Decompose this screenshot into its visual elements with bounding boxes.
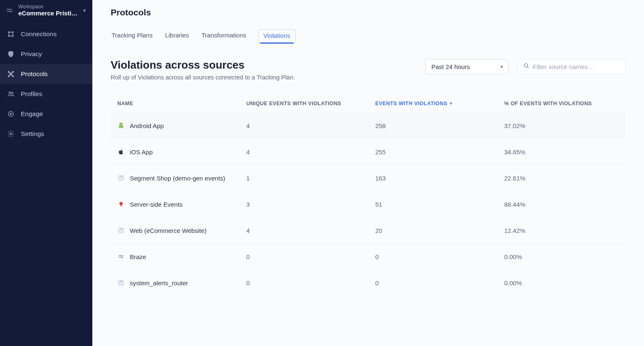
- gear-icon: [7, 130, 15, 138]
- source-icon: [117, 148, 125, 156]
- main-content: Protocols Tracking Plans Libraries Trans…: [92, 0, 644, 346]
- cell-events-with-violations: 0: [375, 253, 504, 260]
- source-name: Android App: [130, 122, 164, 129]
- cell-unique-events: 0: [246, 279, 375, 287]
- sidebar-item-label: Engage: [21, 110, 43, 118]
- svg-point-18: [121, 124, 122, 124]
- cell-events-with-violations: 255: [375, 148, 504, 156]
- svg-point-10: [12, 76, 13, 77]
- table-row[interactable]: iOS App425534.65%: [111, 139, 626, 165]
- tab-violations[interactable]: Violations: [258, 29, 296, 44]
- source-filter-search[interactable]: [518, 59, 626, 74]
- table-row[interactable]: Braze000.00%: [111, 244, 626, 270]
- cell-unique-events: 3: [246, 201, 375, 208]
- svg-point-4: [8, 35, 10, 37]
- source-icon: [117, 279, 125, 287]
- sidebar-item-profiles[interactable]: Profiles: [0, 84, 92, 104]
- source-filter-input[interactable]: [533, 63, 616, 70]
- sidebar-item-label: Settings: [21, 130, 44, 138]
- table-row[interactable]: Segment Shop (demo-gen events)116322.61%: [111, 165, 626, 191]
- svg-point-2: [8, 32, 10, 33]
- table-row[interactable]: system_alerts_router000.00%: [111, 270, 626, 296]
- table-row[interactable]: Web (eCommerce Website)42012.42%: [111, 217, 626, 244]
- table-header: NAME UNIQUE EVENTS WITH VIOLATIONS EVENT…: [111, 95, 626, 113]
- sidebar: Workspace eCommerce Pristi… ▼ Connection…: [0, 0, 92, 346]
- workspace-switcher[interactable]: Workspace eCommerce Pristi… ▼: [0, 0, 92, 24]
- engage-icon: [7, 110, 15, 118]
- svg-point-9: [8, 76, 9, 77]
- source-name: system_alerts_router: [130, 279, 188, 287]
- violations-table: NAME UNIQUE EVENTS WITH VIOLATIONS EVENT…: [111, 95, 626, 296]
- source-name: Braze: [130, 253, 146, 260]
- chevron-down-icon: ▼: [500, 64, 504, 69]
- sort-caret-icon: ▼: [449, 101, 453, 106]
- column-header-pct[interactable]: % OF EVENTS WITH VIOLATIONS: [504, 101, 619, 106]
- page-title: Protocols: [111, 7, 626, 17]
- svg-point-12: [12, 92, 13, 94]
- source-icon: [117, 227, 125, 234]
- column-header-events[interactable]: EVENTS WITH VIOLATIONS ▼: [375, 101, 504, 106]
- tab-libraries[interactable]: Libraries: [164, 29, 190, 44]
- sidebar-item-label: Privacy: [21, 50, 42, 58]
- cell-unique-events: 1: [246, 175, 375, 182]
- source-icon: [117, 253, 125, 260]
- segment-logo-icon: [5, 6, 14, 15]
- svg-point-15: [10, 133, 12, 135]
- cell-events-with-violations: 51: [375, 201, 504, 208]
- chevron-down-icon: ▼: [82, 8, 87, 13]
- sidebar-item-protocols[interactable]: Protocols: [0, 64, 92, 84]
- column-header-name[interactable]: NAME: [117, 101, 246, 106]
- svg-point-3: [12, 32, 13, 33]
- cell-events-with-violations: 258: [375, 122, 504, 129]
- sidebar-item-label: Profiles: [21, 90, 42, 98]
- sidebar-item-settings[interactable]: Settings: [0, 124, 92, 144]
- source-name: Segment Shop (demo-gen events): [130, 175, 225, 182]
- tab-transformations[interactable]: Transformations: [201, 29, 247, 44]
- protocols-icon: [7, 70, 15, 78]
- cell-unique-events: 4: [246, 227, 375, 234]
- cell-percent-violations: 12.42%: [504, 227, 619, 234]
- table-row[interactable]: Server-side Events35186.44%: [111, 191, 626, 217]
- sidebar-item-label: Protocols: [21, 70, 48, 78]
- sidebar-nav: Connections Privacy Protocols Profiles E…: [0, 24, 92, 144]
- sidebar-item-connections[interactable]: Connections: [0, 24, 92, 44]
- cell-unique-events: 0: [246, 253, 375, 260]
- section-title: Violations across sources: [111, 59, 295, 72]
- cell-events-with-violations: 0: [375, 279, 504, 287]
- svg-point-7: [8, 72, 9, 72]
- source-icon: [117, 200, 125, 208]
- table-row[interactable]: Android App425837.02%: [111, 113, 626, 139]
- svg-point-16: [524, 64, 528, 67]
- source-name: iOS App: [130, 148, 153, 156]
- cell-events-with-violations: 163: [375, 175, 504, 182]
- cell-percent-violations: 22.61%: [504, 175, 619, 182]
- sidebar-item-label: Connections: [21, 30, 57, 38]
- cell-percent-violations: 37.02%: [504, 122, 619, 129]
- source-name: Server-side Events: [130, 201, 183, 208]
- cell-unique-events: 4: [246, 122, 375, 129]
- sidebar-item-engage[interactable]: Engage: [0, 104, 92, 124]
- svg-point-0: [12, 9, 12, 10]
- tab-tracking-plans[interactable]: Tracking Plans: [111, 29, 154, 44]
- source-icon: [117, 174, 125, 182]
- cell-percent-violations: 0.00%: [504, 253, 619, 260]
- search-icon: [523, 62, 530, 71]
- tabs: Tracking Plans Libraries Transformations…: [111, 29, 626, 44]
- svg-point-8: [12, 72, 13, 72]
- workspace-label: Workspace: [18, 4, 78, 10]
- cell-events-with-violations: 20: [375, 227, 504, 234]
- cell-percent-violations: 34.65%: [504, 148, 619, 156]
- time-range-value: Past 24 hours: [431, 63, 470, 70]
- connections-icon: [7, 30, 15, 38]
- cell-unique-events: 4: [246, 148, 375, 156]
- column-header-unique[interactable]: UNIQUE EVENTS WITH VIOLATIONS: [246, 101, 375, 106]
- workspace-name: eCommerce Pristi…: [18, 10, 78, 17]
- svg-point-11: [9, 92, 11, 94]
- cell-percent-violations: 86.44%: [504, 201, 619, 208]
- sidebar-item-privacy[interactable]: Privacy: [0, 44, 92, 64]
- source-name: Web (eCommerce Website): [130, 227, 207, 234]
- svg-point-5: [12, 35, 13, 37]
- time-range-select[interactable]: Past 24 hours ▼: [425, 59, 508, 74]
- source-icon: [117, 122, 125, 129]
- shield-icon: [7, 50, 15, 58]
